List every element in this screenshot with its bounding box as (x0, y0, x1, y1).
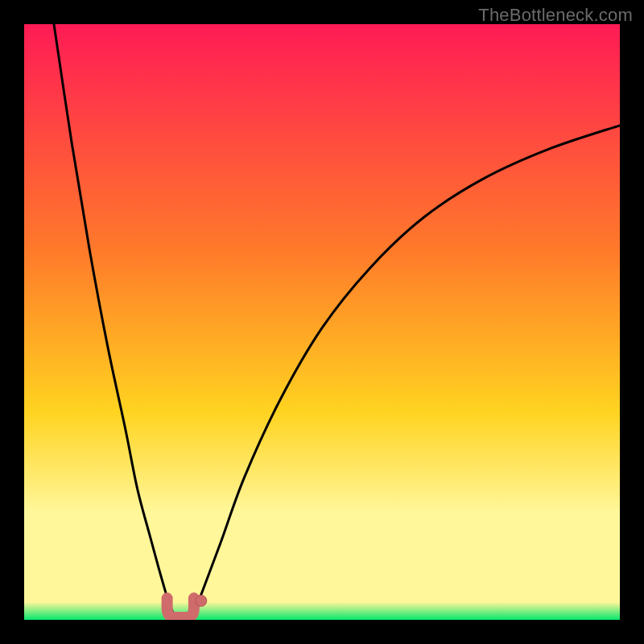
plot-area (24, 24, 620, 620)
curves-layer (24, 24, 620, 620)
trough-u-marker (167, 598, 194, 617)
watermark-text: TheBottleneck.com (478, 5, 633, 26)
curve-left (54, 24, 173, 613)
trough-dot-marker (196, 595, 207, 606)
frame: TheBottleneck.com (0, 0, 644, 644)
curve-right (194, 126, 620, 613)
